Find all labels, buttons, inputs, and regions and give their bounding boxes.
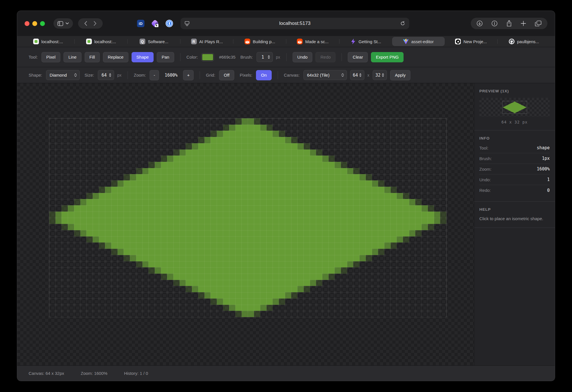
info-title: INFO [479, 136, 550, 140]
tab-localhost-1[interactable]: localhost:... [22, 37, 74, 46]
shape-select-value: Diamond [50, 73, 67, 77]
grid-toggle-button[interactable]: Off [219, 70, 235, 80]
info-label: Tool: [479, 146, 488, 150]
reload-icon[interactable] [400, 21, 405, 26]
zoom-window-button[interactable] [40, 21, 45, 26]
size-unit: px [117, 73, 122, 77]
tab-building[interactable]: Building p... [233, 37, 286, 46]
canvas-width-stepper[interactable]: 64 [350, 70, 364, 80]
status-zoom: Zoom: 1600% [81, 371, 107, 376]
options-toolbar: Shape: Diamond Size: 64 px Zoom: - 1600%… [17, 67, 555, 83]
canvas-times: x [368, 73, 370, 77]
forward-icon[interactable] [94, 21, 97, 26]
info-row-zoom: Zoom: 1600% [479, 164, 550, 174]
info-value: 0 [547, 188, 550, 193]
help-section: HELP Click to place an isometric shape. [474, 202, 555, 228]
tool-button-shape[interactable]: Shape [132, 52, 154, 62]
canvas-preset-value: 64x32 (Tile) [307, 73, 330, 77]
info-label: Undo: [479, 177, 491, 182]
share-icon[interactable] [506, 20, 512, 27]
tab-label: paulbjens... [517, 39, 539, 44]
info-value: 1 [547, 177, 550, 182]
size-stepper[interactable]: 64 [98, 70, 114, 80]
info-row-brush: Brush: 1px [479, 153, 550, 164]
zoom-label: Zoom: [134, 73, 146, 77]
size-label: Size: [85, 73, 94, 77]
tool-button-pan[interactable]: Pan [157, 52, 174, 62]
url-text: localhost:5173 [180, 21, 409, 26]
tab-github-profile[interactable]: paulbjens... [498, 37, 550, 46]
tab-overview-icon[interactable] [535, 20, 542, 27]
tool-button-pixel[interactable]: Pixel [41, 52, 61, 62]
export-png-button[interactable]: Export PNG [371, 52, 404, 62]
canvas-height-stepper[interactable]: 32 [373, 70, 387, 80]
tab-label: localhost:... [41, 39, 63, 44]
close-button[interactable] [25, 21, 29, 26]
nav-buttons [78, 18, 103, 29]
stepper-arrows-icon[interactable] [359, 73, 362, 77]
tool-button-replace[interactable]: Replace [103, 52, 128, 62]
preview-box [479, 98, 550, 117]
tab-label: AI Plays R... [199, 39, 223, 44]
undo-button[interactable]: Undo [293, 52, 313, 62]
sidebar-icon [57, 21, 63, 26]
info-row-tool: Tool: shape [479, 143, 550, 153]
tab-localhost-2[interactable]: localhost:... [75, 37, 127, 46]
info-label: Zoom: [479, 167, 492, 172]
redo-button[interactable]: Redo [315, 52, 335, 62]
color-swatch[interactable] [202, 53, 214, 61]
status-bar: Canvas: 64 x 32px Zoom: 1600% History: 1… [17, 365, 555, 381]
canvas-preset-select[interactable]: 64x32 (Tile) [303, 70, 347, 80]
tab-asset-editor[interactable]: asset-editor [392, 37, 445, 46]
pixels-toggle-button[interactable]: On [256, 70, 271, 80]
info-section: INFO Tool: shape Brush: 1px Zoom: 1600% … [474, 130, 555, 202]
tab-bar: localhost:... localhost:... Q Software..… [17, 36, 555, 47]
help-text: Click to place an isometric shape. [479, 216, 550, 222]
zoom-out-button[interactable]: - [150, 70, 159, 80]
extension-buttons: iD [137, 20, 173, 27]
editor-workspace [17, 83, 474, 365]
stepper-arrows-icon[interactable] [109, 73, 111, 77]
canvas-label: Canvas: [284, 73, 300, 77]
minimize-button[interactable] [32, 21, 37, 26]
tab-label: Made a sc... [305, 39, 329, 44]
shape-select[interactable]: Diamond [46, 70, 80, 80]
clear-button[interactable]: Clear [348, 52, 368, 62]
stepper-arrows-icon[interactable] [382, 73, 384, 77]
apply-button[interactable]: Apply [390, 70, 411, 80]
tab-software[interactable]: Q Software... [128, 37, 180, 46]
stepper-arrows-icon[interactable] [268, 55, 270, 59]
color-hex-value: #669c35 [219, 55, 236, 59]
downloads-icon[interactable] [476, 20, 483, 27]
zoom-in-button[interactable]: + [183, 70, 194, 80]
brush-unit: px [276, 55, 280, 59]
tool-button-fill[interactable]: Fill [85, 52, 100, 62]
lock-extension-icon[interactable] [151, 20, 159, 27]
tab-made-a[interactable]: Made a sc... [286, 37, 339, 46]
info-value: shape [537, 145, 550, 150]
select-chevrons-icon [74, 73, 77, 77]
tab-getting-started[interactable]: Getting St... [339, 37, 392, 46]
tab-new-project[interactable]: New Proje... [445, 37, 497, 46]
address-bar[interactable]: localhost:5173 [180, 18, 409, 29]
toolbar-divider [200, 71, 200, 79]
new-tab-icon[interactable] [521, 21, 526, 26]
shape-label: Shape: [29, 73, 42, 77]
chevron-down-icon [65, 22, 69, 25]
preview-frame [502, 101, 527, 114]
tool-toolbar: Tool: Pixel Line Fill Replace Shape Pan … [17, 47, 555, 67]
info-row-redo: Redo: 0 [479, 185, 550, 196]
drawing-canvas[interactable] [49, 118, 446, 317]
brush-stepper[interactable]: 1 [257, 52, 273, 62]
back-icon[interactable] [84, 21, 87, 26]
toolbar-divider [341, 53, 342, 61]
tool-button-line[interactable]: Line [63, 52, 81, 62]
sidebar-toggle-button[interactable] [53, 18, 73, 29]
github-favicon [509, 39, 515, 44]
tab-ai-plays[interactable]: R AI Plays R... [180, 37, 233, 46]
info-icon[interactable] [491, 20, 498, 27]
tab-label: New Proje... [463, 39, 487, 44]
id-extension-icon[interactable]: iD [137, 20, 144, 27]
website-settings-icon[interactable] [184, 21, 190, 26]
onepassword-extension-icon[interactable] [166, 20, 173, 27]
